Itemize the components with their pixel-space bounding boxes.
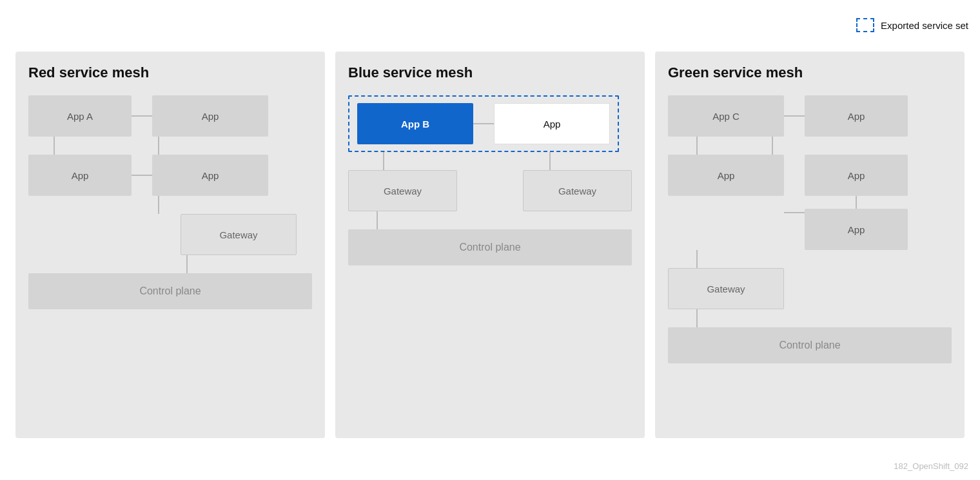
green-app-mid-left: App	[668, 155, 784, 196]
green-connector-v4	[696, 250, 698, 268]
legend-label: Exported service set	[881, 20, 968, 31]
blue-app-b: App B	[357, 103, 473, 144]
red-app-a: App A	[28, 95, 132, 137]
blue-app-top-right: App	[494, 103, 610, 144]
red-app-top-right: App	[152, 95, 268, 137]
blue-mesh-title: Blue service mesh	[348, 64, 632, 81]
green-control-plane: Control plane	[668, 327, 952, 363]
green-mesh-panel: Green service mesh App C App App	[655, 52, 965, 438]
green-control-plane-container: Control plane	[668, 327, 952, 363]
green-connector-h2	[784, 212, 805, 213]
red-connector-h2	[132, 175, 152, 176]
red-mesh-title: Red service mesh	[28, 64, 312, 81]
green-connector-v2	[772, 137, 773, 155]
blue-connector-v2	[549, 152, 551, 170]
blue-connector-v3	[377, 211, 378, 229]
green-connector-v5	[696, 309, 698, 327]
green-gateway-container: Gateway	[668, 268, 952, 309]
green-connector-h1	[784, 115, 805, 117]
red-control-plane-container: Control plane	[28, 273, 312, 309]
blue-control-plane-container: Control plane	[348, 229, 632, 265]
meshes-container: Red service mesh App A App App	[0, 0, 980, 451]
green-gateway: Gateway	[668, 268, 784, 309]
watermark: 182_OpenShift_092	[894, 461, 968, 471]
green-app-c: App C	[668, 95, 784, 137]
green-app-mid-right2: App	[805, 209, 908, 250]
green-mesh-title: Green service mesh	[668, 64, 952, 81]
green-app-top-right: App	[805, 95, 908, 137]
green-app-mid-right: App	[805, 155, 908, 196]
red-connector-v2	[158, 137, 159, 155]
blue-mesh-panel: Blue service mesh App B App Gat	[335, 52, 645, 438]
legend: Exported service set	[856, 18, 968, 32]
blue-connector-h1	[473, 123, 494, 124]
red-connector-h1	[132, 115, 152, 117]
red-mesh-panel: Red service mesh App A App App	[15, 52, 325, 438]
legend-dashed-box	[856, 18, 874, 32]
blue-gateway-left: Gateway	[348, 170, 457, 211]
red-gateway: Gateway	[181, 214, 297, 255]
green-connector-v1	[696, 137, 698, 155]
red-connector-v3	[158, 196, 159, 214]
blue-export-set: App B App	[348, 95, 619, 152]
blue-gateway-right: Gateway	[523, 170, 632, 211]
red-connector-v4	[186, 255, 188, 273]
red-connector-v1	[54, 137, 55, 155]
red-app-mid-right: App	[152, 155, 268, 196]
green-connector-v3	[856, 196, 857, 209]
blue-control-plane: Control plane	[348, 229, 632, 265]
red-app-mid-left: App	[28, 155, 132, 196]
blue-connector-v1	[383, 152, 384, 170]
blue-gateways-row: Gateway Gateway	[348, 170, 632, 211]
red-control-plane: Control plane	[28, 273, 312, 309]
